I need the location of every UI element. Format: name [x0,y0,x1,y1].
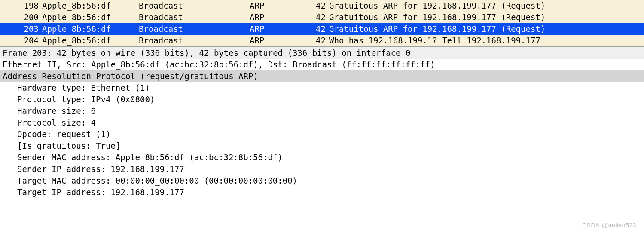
col-no: 200 [0,12,42,23]
detail-frame[interactable]: Frame 203: 42 bytes on wire (336 bits), … [0,47,644,59]
detail-ethernet[interactable]: Ethernet II, Src: Apple_8b:56:df (ac:bc:… [0,59,644,70]
col-source: Apple_8b:56:df [42,23,139,35]
col-no: 198 [0,0,42,12]
detail-opcode[interactable]: Opcode: request (1) [0,129,644,140]
detail-target-mac[interactable]: Target MAC address: 00:00:00_00:00:00 (0… [0,175,644,187]
col-source: Apple_8b:56:df [42,12,139,23]
col-protocol: ARP [250,12,311,23]
detail-target-ip[interactable]: Target IP address: 192.168.199.177 [0,187,644,198]
col-destination: Broadcast [139,12,250,23]
detail-hardware-type[interactable]: Hardware type: Ethernet (1) [0,82,644,94]
col-length: 42 [311,35,326,46]
packet-row[interactable]: 198 Apple_8b:56:df Broadcast ARP 42 Grat… [0,0,644,12]
col-info: Gratuitous ARP for 192.168.199.177 (Requ… [326,0,644,12]
col-length: 42 [311,12,326,23]
col-info: Gratuitous ARP for 192.168.199.177 (Requ… [326,23,644,35]
col-no: 204 [0,35,42,46]
col-protocol: ARP [250,35,311,46]
packet-row[interactable]: 204 Apple_8b:56:df Broadcast ARP 42 Who … [0,35,644,46]
col-source: Apple_8b:56:df [42,35,139,46]
packet-details-pane[interactable]: Frame 203: 42 bytes on wire (336 bits), … [0,46,644,198]
detail-hardware-size[interactable]: Hardware size: 6 [0,105,644,117]
packet-row-selected[interactable]: 203 Apple_8b:56:df Broadcast ARP 42 Grat… [0,23,644,35]
col-destination: Broadcast [139,0,250,12]
col-protocol: ARP [250,23,311,35]
col-destination: Broadcast [139,23,250,35]
detail-protocol-type[interactable]: Protocol type: IPv4 (0x0800) [0,94,644,105]
col-info: Gratuitous ARP for 192.168.199.177 (Requ… [326,12,644,23]
col-length: 42 [311,0,326,12]
detail-sender-mac[interactable]: Sender MAC address: Apple_8b:56:df (ac:b… [0,152,644,163]
detail-sender-ip[interactable]: Sender IP address: 192.168.199.177 [0,163,644,175]
packet-row[interactable]: 200 Apple_8b:56:df Broadcast ARP 42 Grat… [0,12,644,23]
col-destination: Broadcast [139,35,250,46]
col-protocol: ARP [250,0,311,12]
col-info: Who has 192.168.199.1? Tell 192.168.199.… [326,35,644,46]
detail-arp-header[interactable]: Address Resolution Protocol (request/gra… [0,70,644,82]
detail-gratuitous[interactable]: [Is gratuitous: True] [0,140,644,152]
col-length: 42 [311,23,326,35]
detail-protocol-size[interactable]: Protocol size: 4 [0,117,644,129]
col-source: Apple_8b:56:df [42,0,139,12]
col-no: 203 [0,23,42,35]
packet-list[interactable]: 198 Apple_8b:56:df Broadcast ARP 42 Grat… [0,0,644,46]
